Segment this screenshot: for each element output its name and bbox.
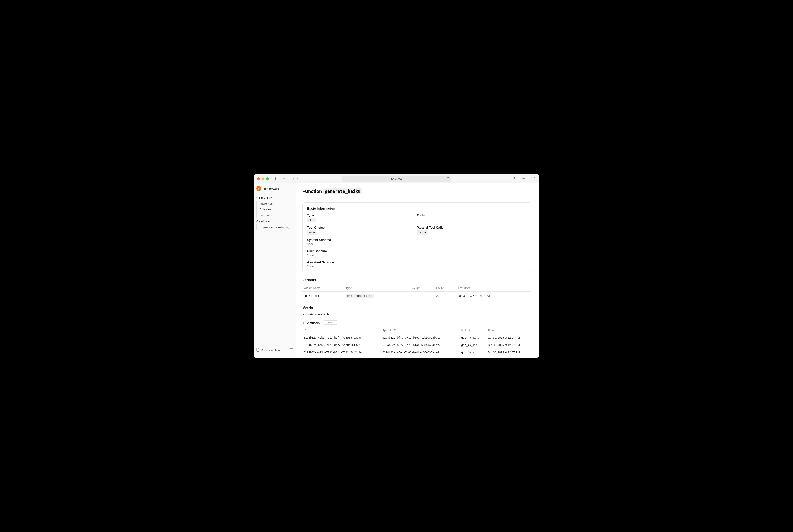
page-title-prefix: Function (302, 189, 322, 194)
table-row[interactable]: 0194b82e-bc66-7121-8cfe-5ec8b16f37270194… (302, 341, 531, 349)
label-assistant-schema: Assistant Schema (307, 261, 417, 264)
basic-information-card: Basic Information Type chat Tools — Tool… (302, 202, 531, 272)
inference-variant-cell: gpt_4o_mini (460, 334, 486, 341)
table-row[interactable]: 0194b82e-a675-7d90-ae22-98447e728bf40194… (302, 356, 531, 358)
new-tab-icon[interactable] (521, 176, 526, 182)
inference-id-cell: 0194b82e-bc66-7121-8cfe-5ec8b16f3727 (302, 341, 381, 349)
label-system-schema: System Schema (307, 238, 417, 242)
sidebar-item-episodes[interactable]: Episodes (256, 207, 296, 212)
inferences-header-row: ID Episode ID Variant Time (302, 327, 531, 334)
label-user-schema: User Schema (307, 249, 417, 253)
basic-information-title: Basic Information (307, 207, 527, 210)
metric-empty-text: No metrics available (302, 313, 531, 316)
chevron-down-icon[interactable] (281, 176, 287, 182)
variants-title: Variants (302, 278, 531, 282)
value-type: chat (307, 218, 316, 222)
inferences-col-variant: Variant (460, 327, 486, 334)
inferences-col-id: ID (302, 327, 381, 334)
field-type: Type chat (307, 213, 417, 222)
page-title: Function generate_haiku (302, 188, 531, 194)
value-assistant-schema: None (307, 265, 417, 268)
label-tool-choice: Tool Choice (307, 226, 417, 229)
panel-toggle-icon[interactable] (290, 348, 293, 352)
share-icon[interactable] (512, 176, 517, 182)
reload-icon[interactable] (447, 177, 449, 180)
value-user-schema: None (307, 254, 417, 257)
inference-episode-id-cell: 0194b82e-a6ec-7c61-9a4b-c66e035a4ed4 (381, 349, 460, 356)
inference-id-cell: 0194b82e-c3b5-7313-b9f7-774505fb3a98 (302, 334, 381, 341)
variant-weight-cell: 0 (410, 292, 435, 300)
inference-variant-cell: gpt_4o_mini (460, 341, 486, 349)
basic-information-grid: Type chat Tools — Tool Choice none Paral… (307, 213, 527, 268)
nav-section-observability: Observability (254, 194, 296, 201)
sidebar-toggle-icon[interactable] (275, 176, 280, 182)
variant-last-used-cell: Jan 30, 2025 at 12:07 PM (457, 292, 531, 300)
inference-episode-id-cell: 0194b82e-a362-7323-8cd6-8fffa6a4a513 (381, 356, 460, 358)
documentation-link[interactable]: Documentation (256, 348, 280, 352)
url-bar[interactable]: localhost (342, 176, 451, 182)
variants-col-last-used: Last Used (457, 285, 531, 292)
url-text: localhost (391, 177, 402, 180)
inferences-count-badge: Count: 20 (322, 321, 339, 324)
window-minimize-button[interactable] (262, 177, 264, 180)
variants-col-type: Type (345, 285, 410, 292)
traffic-lights (257, 177, 269, 180)
field-assistant-schema: Assistant Schema None (307, 261, 417, 268)
sidebar: 0 TensorZero Observability Inferences Ep… (254, 183, 296, 358)
variants-header-row: Variant Name Type Weight Count Last Used (302, 285, 531, 292)
nav-tree-optimization: Supervised Fine-Tuning (254, 225, 296, 230)
metric-title: Metric (302, 306, 531, 310)
brand-logo-icon: 0 (256, 186, 261, 191)
field-tools: Tools — (417, 213, 527, 222)
value-tool-choice: none (307, 230, 316, 234)
table-row[interactable]: 0194b82e-a93b-7281-b1ff-7091b6ad2d8e0194… (302, 349, 531, 356)
window-zoom-button[interactable] (266, 177, 269, 180)
field-parallel-tool-calls: Parallel Tool Calls false (417, 226, 527, 234)
inferences-title: Inferences (302, 321, 320, 324)
app-body: 0 TensorZero Observability Inferences Ep… (254, 183, 539, 358)
table-row[interactable]: gpt_4o_minichat_completion020Jan 30, 202… (302, 292, 531, 300)
back-button[interactable]: ‹ (293, 177, 294, 181)
documentation-label: Documentation (261, 349, 280, 352)
inference-time-cell: Jan 30, 2025 at 12:07 PM (486, 334, 531, 341)
variants-col-name: Variant Name (302, 285, 345, 292)
field-tool-choice: Tool Choice none (307, 226, 417, 234)
titlebar: ‹ › localhost (254, 174, 539, 183)
inferences-col-time: Time (486, 327, 531, 334)
window-close-button[interactable] (257, 177, 260, 180)
brand[interactable]: 0 TensorZero (254, 186, 296, 194)
variants-col-weight: Weight (410, 285, 435, 292)
table-row[interactable]: 0194b82e-c3b5-7313-b9f7-774505fb3a980194… (302, 334, 531, 341)
label-parallel-tool-calls: Parallel Tool Calls (417, 226, 527, 229)
inference-variant-cell: gpt_4o_mini (460, 349, 486, 356)
tabs-overview-icon[interactable] (530, 176, 536, 182)
field-system-schema: System Schema None (307, 238, 417, 246)
sidebar-footer: Documentation (254, 346, 296, 355)
variant-type-cell: chat_completion (345, 292, 410, 300)
document-icon (256, 348, 259, 352)
inference-episode-id-cell: 0194b82e-bf4d-7712-b06d-15b9a535ba1a (381, 334, 460, 341)
nav-controls: ‹ › (293, 177, 298, 181)
app-window: ‹ › localhost 0 TensorZero (254, 174, 539, 358)
sidebar-item-functions[interactable]: Functions (256, 212, 296, 218)
forward-button[interactable]: › (297, 177, 298, 181)
page-title-code: generate_haiku (324, 188, 362, 194)
nav-tree-observability: Inferences Episodes Functions (254, 201, 296, 218)
titlebar-right (512, 176, 536, 182)
inference-time-cell: Jan 30, 2025 at 12:07 PM (486, 349, 531, 356)
sidebar-item-inferences[interactable]: Inferences (256, 201, 296, 207)
inference-id-cell: 0194b82e-a93b-7281-b1ff-7091b6ad2d8e (302, 349, 381, 356)
value-parallel-tool-calls: false (417, 230, 428, 234)
sidebar-item-supervised-fine-tuning[interactable]: Supervised Fine-Tuning (256, 225, 296, 230)
inference-variant-cell: gpt_4o_mini (460, 356, 486, 358)
inference-id-cell: 0194b82e-a675-7d90-ae22-98447e728bf4 (302, 356, 381, 358)
inference-episode-id-cell: 0194b82e-b822-7e21-a14b-b58a7a94edf7 (381, 341, 460, 349)
variant-name-cell: gpt_4o_mini (302, 292, 345, 300)
nav-section-optimization: Optimization (254, 218, 296, 225)
svg-rect-0 (276, 177, 279, 180)
title-divider (302, 198, 531, 198)
value-tools: — (417, 218, 527, 221)
inferences-header: Inferences Count: 20 (302, 321, 531, 324)
label-type: Type (307, 213, 417, 217)
inference-time-cell: Jan 30, 2025 at 12:07 PM (486, 341, 531, 349)
